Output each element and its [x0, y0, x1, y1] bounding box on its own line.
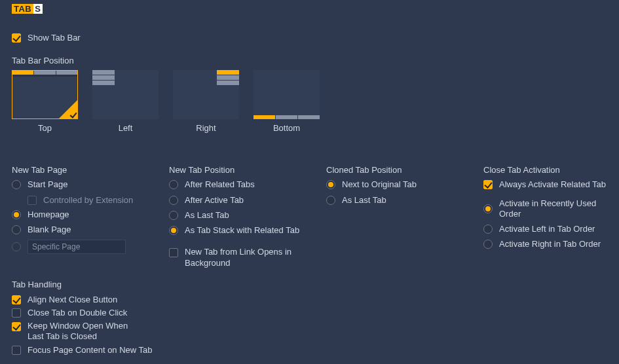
- focus-content-row[interactable]: Focus Page Content on New Tab: [12, 345, 169, 355]
- checkbox[interactable]: [12, 295, 21, 304]
- checkbox[interactable]: [12, 346, 21, 355]
- radio-icon[interactable]: [483, 225, 493, 234]
- cloned-next-to[interactable]: Next to Original Tab: [326, 179, 483, 190]
- ntp-after-related[interactable]: After Related Tabs: [169, 179, 326, 190]
- controlled-by-extension-checkbox: [28, 196, 37, 205]
- tab-position-bottom[interactable]: Bottom: [253, 70, 320, 134]
- tab-handling-label: Tab Handling: [12, 280, 169, 290]
- radio-icon[interactable]: [12, 225, 21, 234]
- option-label: As Tab Stack with Related Tab: [185, 225, 299, 236]
- cta-left[interactable]: Activate Left in Tab Order: [483, 224, 607, 234]
- align-next-close-row[interactable]: Align Next Close Button: [12, 295, 169, 305]
- tab-bar-position-label: Tab Bar Position: [12, 56, 607, 66]
- show-tab-bar-checkbox[interactable]: [12, 33, 21, 43]
- show-tab-bar-row[interactable]: Show Tab Bar: [12, 33, 607, 43]
- option-label: Start Page: [28, 179, 67, 190]
- new-tab-page-start[interactable]: Start Page: [12, 179, 169, 190]
- option-label: Activate Right in Tab Order: [499, 239, 601, 249]
- radio-icon[interactable]: [326, 180, 335, 189]
- tab-position-right-thumb[interactable]: [173, 70, 239, 119]
- radio-icon[interactable]: [483, 204, 493, 213]
- option-label: Homepage: [28, 209, 69, 220]
- link-background-row[interactable]: New Tab from Link Opens in Background: [169, 247, 326, 268]
- checkbox[interactable]: [12, 322, 21, 331]
- tab-position-left[interactable]: Left: [92, 70, 159, 134]
- new-tab-position-label: New Tab Position: [169, 165, 326, 175]
- specific-page-input[interactable]: Specific Page: [28, 240, 126, 254]
- option-label: New Tab from Link Opens in Background: [185, 247, 296, 268]
- option-label: Align Next Close Button: [28, 295, 117, 305]
- checkbox[interactable]: [483, 180, 493, 189]
- tab-position-bottom-label: Bottom: [273, 123, 300, 134]
- option-label: As Last Tab: [185, 210, 229, 221]
- cloned-tab-position-label: Cloned Tab Position: [326, 165, 483, 175]
- always-activate-related-row[interactable]: Always Activate Related Tab: [483, 179, 607, 190]
- tab-position-right[interactable]: Right: [173, 70, 239, 134]
- tab-position-left-thumb[interactable]: [92, 70, 159, 119]
- close-double-click-row[interactable]: Close Tab on Double Click: [12, 308, 169, 318]
- tab-position-right-label: Right: [196, 123, 216, 134]
- option-label: Activate Left in Tab Order: [499, 224, 595, 234]
- tab-position-left-label: Left: [119, 123, 133, 134]
- option-label: After Active Tab: [185, 195, 244, 206]
- controlled-by-extension-label: Controlled by Extension: [43, 195, 133, 206]
- checkbox[interactable]: [169, 248, 178, 257]
- cta-recent[interactable]: Activate in Recently Used Order: [483, 198, 607, 220]
- tab-position-bottom-thumb[interactable]: [253, 70, 320, 119]
- radio-icon[interactable]: [12, 180, 21, 189]
- cta-right[interactable]: Activate Right in Tab Order: [483, 239, 607, 249]
- option-label: Always Activate Related Tab: [499, 179, 606, 190]
- radio-icon[interactable]: [12, 210, 21, 219]
- option-label: Blank Page: [28, 225, 71, 235]
- radio-icon[interactable]: [169, 226, 178, 235]
- ntp-after-active[interactable]: After Active Tab: [169, 195, 326, 206]
- cloned-as-last[interactable]: As Last Tab: [326, 195, 483, 206]
- show-tab-bar-label: Show Tab Bar: [28, 33, 81, 43]
- option-label: Keep Window Open When Last Tab is Closed: [28, 321, 145, 342]
- title-s: S: [33, 4, 43, 14]
- radio-icon[interactable]: [326, 196, 335, 205]
- radio-icon[interactable]: [483, 240, 493, 249]
- radio-icon[interactable]: [169, 180, 178, 189]
- page-title: TABS: [12, 4, 43, 14]
- tab-position-top-thumb[interactable]: [12, 70, 78, 119]
- new-tab-page-label: New Tab Page: [12, 165, 169, 175]
- option-label: As Last Tab: [342, 195, 386, 206]
- radio-icon[interactable]: [169, 211, 178, 220]
- new-tab-page-blank[interactable]: Blank Page: [12, 225, 169, 235]
- ntp-as-stack[interactable]: As Tab Stack with Related Tab: [169, 225, 326, 236]
- tab-position-top[interactable]: Top: [12, 70, 78, 134]
- title-tab: TAB: [12, 4, 33, 14]
- option-label: Focus Page Content on New Tab: [28, 345, 153, 355]
- radio-icon[interactable]: [169, 196, 178, 205]
- option-label: After Related Tabs: [185, 179, 255, 190]
- option-label: Next to Original Tab: [342, 179, 417, 190]
- new-tab-page-homepage[interactable]: Homepage: [12, 209, 169, 220]
- keep-window-open-row[interactable]: Keep Window Open When Last Tab is Closed: [12, 321, 169, 342]
- new-tab-page-specific-radio: [12, 242, 21, 251]
- checkbox[interactable]: [12, 308, 21, 318]
- tab-position-top-label: Top: [38, 123, 52, 134]
- close-tab-activation-label: Close Tab Activation: [483, 165, 607, 175]
- option-label: Activate in Recently Used Order: [499, 198, 607, 220]
- option-label: Close Tab on Double Click: [28, 308, 127, 318]
- ntp-as-last[interactable]: As Last Tab: [169, 210, 326, 221]
